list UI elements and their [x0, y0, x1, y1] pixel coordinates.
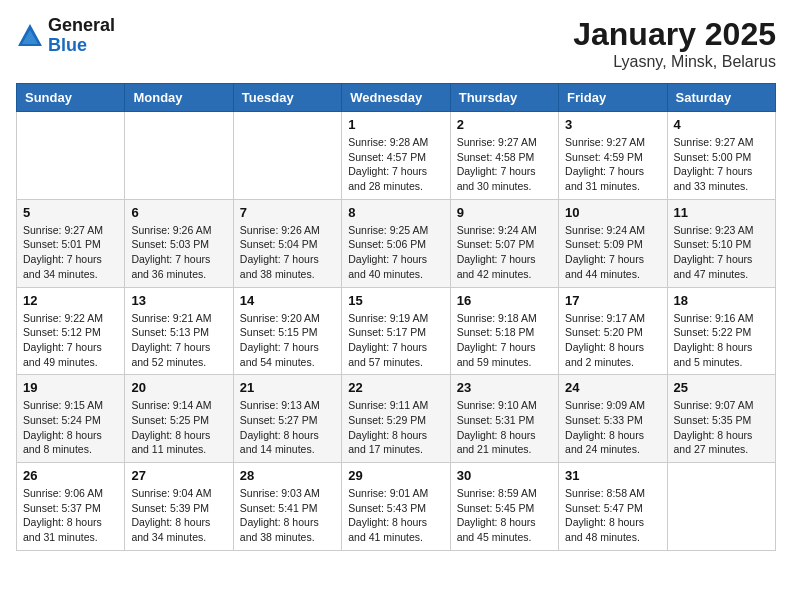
day-number: 18 [674, 293, 769, 308]
day-cell: 4Sunrise: 9:27 AM Sunset: 5:00 PM Daylig… [667, 112, 775, 200]
day-cell: 24Sunrise: 9:09 AM Sunset: 5:33 PM Dayli… [559, 375, 667, 463]
day-number: 24 [565, 380, 660, 395]
logo-blue-text: Blue [48, 35, 87, 55]
week-row-5: 26Sunrise: 9:06 AM Sunset: 5:37 PM Dayli… [17, 463, 776, 551]
day-number: 7 [240, 205, 335, 220]
logo-icon [16, 22, 44, 50]
day-cell: 21Sunrise: 9:13 AM Sunset: 5:27 PM Dayli… [233, 375, 341, 463]
day-number: 11 [674, 205, 769, 220]
weekday-header-thursday: Thursday [450, 84, 558, 112]
week-row-3: 12Sunrise: 9:22 AM Sunset: 5:12 PM Dayli… [17, 287, 776, 375]
day-number: 13 [131, 293, 226, 308]
day-info: Sunrise: 9:15 AM Sunset: 5:24 PM Dayligh… [23, 398, 118, 457]
day-cell: 17Sunrise: 9:17 AM Sunset: 5:20 PM Dayli… [559, 287, 667, 375]
logo: General Blue [16, 16, 115, 56]
day-cell: 11Sunrise: 9:23 AM Sunset: 5:10 PM Dayli… [667, 199, 775, 287]
day-cell: 5Sunrise: 9:27 AM Sunset: 5:01 PM Daylig… [17, 199, 125, 287]
day-cell: 31Sunrise: 8:58 AM Sunset: 5:47 PM Dayli… [559, 463, 667, 551]
day-number: 15 [348, 293, 443, 308]
day-cell: 12Sunrise: 9:22 AM Sunset: 5:12 PM Dayli… [17, 287, 125, 375]
weekday-header-wednesday: Wednesday [342, 84, 450, 112]
day-number: 27 [131, 468, 226, 483]
day-info: Sunrise: 9:25 AM Sunset: 5:06 PM Dayligh… [348, 223, 443, 282]
week-row-2: 5Sunrise: 9:27 AM Sunset: 5:01 PM Daylig… [17, 199, 776, 287]
weekday-header-tuesday: Tuesday [233, 84, 341, 112]
day-cell: 1Sunrise: 9:28 AM Sunset: 4:57 PM Daylig… [342, 112, 450, 200]
day-cell: 23Sunrise: 9:10 AM Sunset: 5:31 PM Dayli… [450, 375, 558, 463]
day-number: 6 [131, 205, 226, 220]
weekday-header-sunday: Sunday [17, 84, 125, 112]
day-cell: 13Sunrise: 9:21 AM Sunset: 5:13 PM Dayli… [125, 287, 233, 375]
day-info: Sunrise: 9:22 AM Sunset: 5:12 PM Dayligh… [23, 311, 118, 370]
day-cell: 26Sunrise: 9:06 AM Sunset: 5:37 PM Dayli… [17, 463, 125, 551]
day-info: Sunrise: 9:19 AM Sunset: 5:17 PM Dayligh… [348, 311, 443, 370]
day-number: 10 [565, 205, 660, 220]
day-info: Sunrise: 9:04 AM Sunset: 5:39 PM Dayligh… [131, 486, 226, 545]
day-number: 28 [240, 468, 335, 483]
day-info: Sunrise: 9:06 AM Sunset: 5:37 PM Dayligh… [23, 486, 118, 545]
day-cell: 7Sunrise: 9:26 AM Sunset: 5:04 PM Daylig… [233, 199, 341, 287]
day-number: 5 [23, 205, 118, 220]
day-info: Sunrise: 9:10 AM Sunset: 5:31 PM Dayligh… [457, 398, 552, 457]
day-info: Sunrise: 8:58 AM Sunset: 5:47 PM Dayligh… [565, 486, 660, 545]
day-cell: 9Sunrise: 9:24 AM Sunset: 5:07 PM Daylig… [450, 199, 558, 287]
day-info: Sunrise: 9:23 AM Sunset: 5:10 PM Dayligh… [674, 223, 769, 282]
day-cell: 6Sunrise: 9:26 AM Sunset: 5:03 PM Daylig… [125, 199, 233, 287]
day-cell: 14Sunrise: 9:20 AM Sunset: 5:15 PM Dayli… [233, 287, 341, 375]
title-block: January 2025 Lyasny, Minsk, Belarus [573, 16, 776, 71]
day-info: Sunrise: 8:59 AM Sunset: 5:45 PM Dayligh… [457, 486, 552, 545]
day-cell: 3Sunrise: 9:27 AM Sunset: 4:59 PM Daylig… [559, 112, 667, 200]
day-info: Sunrise: 9:01 AM Sunset: 5:43 PM Dayligh… [348, 486, 443, 545]
day-number: 9 [457, 205, 552, 220]
day-cell: 15Sunrise: 9:19 AM Sunset: 5:17 PM Dayli… [342, 287, 450, 375]
day-cell: 18Sunrise: 9:16 AM Sunset: 5:22 PM Dayli… [667, 287, 775, 375]
day-info: Sunrise: 9:27 AM Sunset: 5:01 PM Dayligh… [23, 223, 118, 282]
day-info: Sunrise: 9:07 AM Sunset: 5:35 PM Dayligh… [674, 398, 769, 457]
day-cell [667, 463, 775, 551]
day-info: Sunrise: 9:20 AM Sunset: 5:15 PM Dayligh… [240, 311, 335, 370]
day-cell: 28Sunrise: 9:03 AM Sunset: 5:41 PM Dayli… [233, 463, 341, 551]
day-cell: 22Sunrise: 9:11 AM Sunset: 5:29 PM Dayli… [342, 375, 450, 463]
day-number: 22 [348, 380, 443, 395]
day-number: 2 [457, 117, 552, 132]
day-number: 23 [457, 380, 552, 395]
day-info: Sunrise: 9:27 AM Sunset: 5:00 PM Dayligh… [674, 135, 769, 194]
day-info: Sunrise: 9:17 AM Sunset: 5:20 PM Dayligh… [565, 311, 660, 370]
day-number: 17 [565, 293, 660, 308]
day-number: 31 [565, 468, 660, 483]
day-number: 8 [348, 205, 443, 220]
day-info: Sunrise: 9:27 AM Sunset: 4:59 PM Dayligh… [565, 135, 660, 194]
day-cell: 29Sunrise: 9:01 AM Sunset: 5:43 PM Dayli… [342, 463, 450, 551]
day-number: 3 [565, 117, 660, 132]
day-info: Sunrise: 9:24 AM Sunset: 5:09 PM Dayligh… [565, 223, 660, 282]
week-row-4: 19Sunrise: 9:15 AM Sunset: 5:24 PM Dayli… [17, 375, 776, 463]
day-info: Sunrise: 9:16 AM Sunset: 5:22 PM Dayligh… [674, 311, 769, 370]
day-cell: 2Sunrise: 9:27 AM Sunset: 4:58 PM Daylig… [450, 112, 558, 200]
day-number: 14 [240, 293, 335, 308]
day-cell: 16Sunrise: 9:18 AM Sunset: 5:18 PM Dayli… [450, 287, 558, 375]
day-number: 16 [457, 293, 552, 308]
day-cell: 10Sunrise: 9:24 AM Sunset: 5:09 PM Dayli… [559, 199, 667, 287]
page-header: General Blue January 2025 Lyasny, Minsk,… [16, 16, 776, 71]
day-info: Sunrise: 9:21 AM Sunset: 5:13 PM Dayligh… [131, 311, 226, 370]
day-number: 20 [131, 380, 226, 395]
day-cell [125, 112, 233, 200]
day-info: Sunrise: 9:13 AM Sunset: 5:27 PM Dayligh… [240, 398, 335, 457]
day-cell: 25Sunrise: 9:07 AM Sunset: 5:35 PM Dayli… [667, 375, 775, 463]
day-info: Sunrise: 9:26 AM Sunset: 5:04 PM Dayligh… [240, 223, 335, 282]
day-info: Sunrise: 9:18 AM Sunset: 5:18 PM Dayligh… [457, 311, 552, 370]
day-info: Sunrise: 9:28 AM Sunset: 4:57 PM Dayligh… [348, 135, 443, 194]
day-info: Sunrise: 9:11 AM Sunset: 5:29 PM Dayligh… [348, 398, 443, 457]
day-number: 12 [23, 293, 118, 308]
day-number: 26 [23, 468, 118, 483]
day-number: 19 [23, 380, 118, 395]
day-number: 4 [674, 117, 769, 132]
day-info: Sunrise: 9:03 AM Sunset: 5:41 PM Dayligh… [240, 486, 335, 545]
weekday-header-friday: Friday [559, 84, 667, 112]
day-info: Sunrise: 9:09 AM Sunset: 5:33 PM Dayligh… [565, 398, 660, 457]
day-number: 1 [348, 117, 443, 132]
day-cell: 19Sunrise: 9:15 AM Sunset: 5:24 PM Dayli… [17, 375, 125, 463]
day-cell: 20Sunrise: 9:14 AM Sunset: 5:25 PM Dayli… [125, 375, 233, 463]
logo-general-text: General [48, 15, 115, 35]
day-cell [17, 112, 125, 200]
